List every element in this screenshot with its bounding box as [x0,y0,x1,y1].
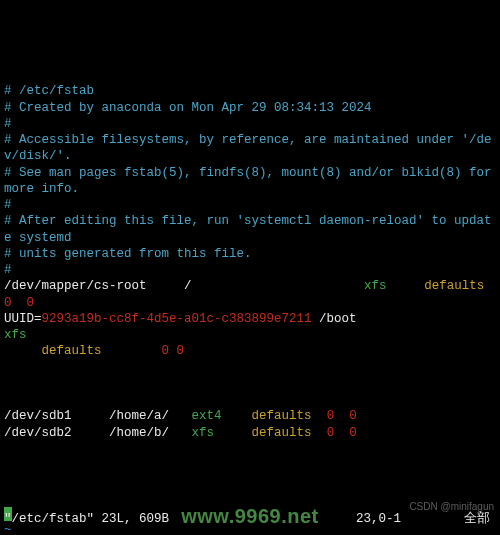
status-scroll-pos: 全部 [436,511,496,527]
fstab-dump-pass: 0 0 [162,344,185,358]
fstab-fstype: xfs [192,426,215,440]
fstab-fstype: ext4 [192,409,222,423]
fstab-mount: /boot [319,312,357,326]
fstab-dump-pass: 0 0 [327,426,357,440]
comment-line: # After editing this file, run 'systemct… [4,214,492,244]
fstab-fstype: xfs [4,328,27,342]
fstab-mount: /home/b/ [109,426,169,440]
fstab-device: /dev/mapper/cs-root [4,279,147,293]
fstab-options: defaults [424,279,484,293]
status-file-info: "/etc/fstab" 23L, 609B [4,511,356,527]
comment-line: # [4,198,12,212]
comment-line: # Accessible filesystems, by reference, … [4,133,492,163]
status-cursor-pos: 23,0-1 [356,511,436,527]
comment-line: # [4,117,12,131]
fstab-device: /dev/sdb2 [4,426,72,440]
fstab-uuid-label: UUID= [4,312,42,326]
fstab-uuid-value: 9293a19b-cc8f-4d5e-a01c-c383899e7211 [42,312,312,326]
comment-line: # /etc/fstab [4,84,94,98]
comment-line: # [4,263,12,277]
fstab-options: defaults [42,344,102,358]
comment-line: # See man pages fstab(5), findfs(8), mou… [4,166,499,196]
comment-line: # Created by anaconda on Mon Apr 29 08:3… [4,101,372,115]
fstab-mount: /home/a/ [109,409,169,423]
fstab-fstype: xfs [364,279,387,293]
terminal-viewport[interactable]: # /etc/fstab # Created by anaconda on Mo… [0,65,500,535]
comment-line: # units generated from this file. [4,247,252,261]
fstab-options: defaults [252,409,312,423]
fstab-mount: / [147,279,192,293]
fstab-device: /dev/sdb1 [4,409,72,423]
fstab-dump-pass: 0 0 [327,409,357,423]
vim-status-bar: "/etc/fstab" 23L, 609B 23,0-1 全部 [4,511,496,527]
fstab-options: defaults [252,426,312,440]
